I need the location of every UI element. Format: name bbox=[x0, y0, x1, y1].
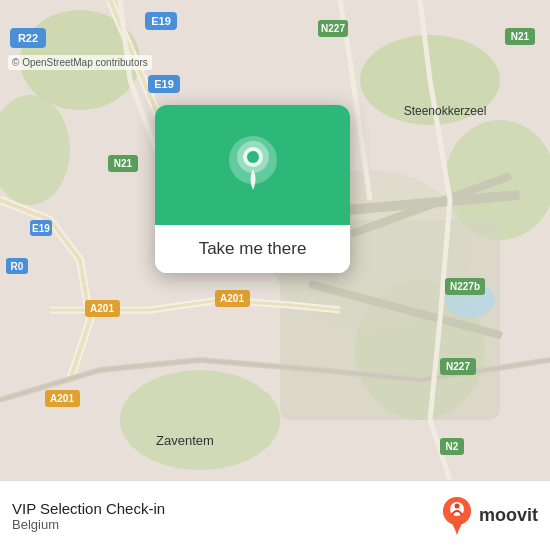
bottom-bar: VIP Selection Check-in Belgium moovit bbox=[0, 480, 550, 550]
svg-text:E19: E19 bbox=[154, 78, 174, 90]
moovit-pin-icon bbox=[441, 495, 473, 537]
svg-text:N21: N21 bbox=[511, 31, 530, 42]
svg-text:E19: E19 bbox=[32, 223, 50, 234]
popup-header bbox=[155, 105, 350, 225]
location-pin-icon bbox=[228, 135, 278, 195]
location-country: Belgium bbox=[12, 517, 165, 532]
svg-text:E19: E19 bbox=[151, 15, 171, 27]
svg-text:Steenokkerzeel: Steenokkerzeel bbox=[404, 104, 487, 118]
map-attribution: © OpenStreetMap contributors bbox=[8, 55, 152, 70]
svg-text:N227: N227 bbox=[321, 23, 345, 34]
svg-text:R22: R22 bbox=[18, 32, 38, 44]
moovit-brand-text: moovit bbox=[479, 505, 538, 526]
svg-point-46 bbox=[247, 151, 259, 163]
svg-text:N227b: N227b bbox=[450, 281, 480, 292]
svg-point-50 bbox=[454, 503, 459, 508]
svg-text:N21: N21 bbox=[114, 158, 133, 169]
location-popup: Take me there bbox=[155, 105, 350, 273]
svg-text:Zaventem: Zaventem bbox=[156, 433, 214, 448]
location-info: VIP Selection Check-in Belgium bbox=[12, 500, 165, 532]
map-container: R22 E19 E19 E19 R0 N21 N227 N21 A201 A20… bbox=[0, 0, 550, 550]
svg-text:N227: N227 bbox=[446, 361, 470, 372]
svg-text:N2: N2 bbox=[446, 441, 459, 452]
svg-text:A201: A201 bbox=[90, 303, 114, 314]
svg-point-6 bbox=[120, 370, 280, 470]
take-me-there-button[interactable]: Take me there bbox=[155, 225, 350, 273]
attribution-text: © OpenStreetMap contributors bbox=[12, 57, 148, 68]
location-name: VIP Selection Check-in bbox=[12, 500, 165, 517]
svg-text:A201: A201 bbox=[220, 293, 244, 304]
moovit-logo: moovit bbox=[441, 495, 538, 537]
svg-text:A201: A201 bbox=[50, 393, 74, 404]
svg-text:R0: R0 bbox=[11, 261, 24, 272]
